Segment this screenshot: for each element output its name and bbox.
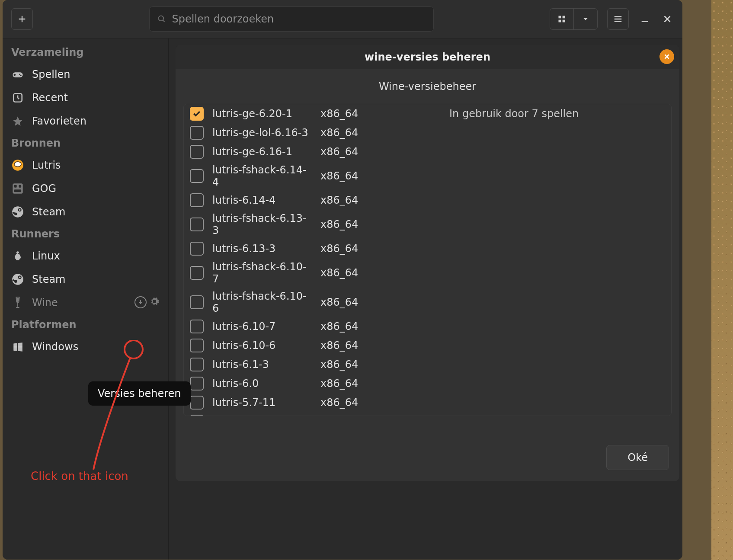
version-checkbox[interactable] xyxy=(190,396,204,410)
dialog-header: wine-versies beheren xyxy=(176,45,679,69)
wine-version-row[interactable]: lutris-ge-lol-6.16-3x86_64 xyxy=(184,123,671,142)
annotation-text: Click on that icon xyxy=(31,470,128,483)
svg-point-23 xyxy=(18,253,19,254)
wine-versions-dialog: wine-versies beheren Wine-versiebeheer l… xyxy=(176,45,679,481)
header-bar: Spellen doorzoeken xyxy=(3,0,682,38)
view-dropdown-button[interactable] xyxy=(573,9,597,29)
hamburger-menu-button[interactable] xyxy=(607,8,629,30)
wine-version-row[interactable]: lutris-ge-6.20-1x86_64In gebruik door 7 … xyxy=(184,104,671,123)
view-selector xyxy=(550,8,598,30)
wine-version-row[interactable]: lutris-6.1-3x86_64 xyxy=(184,355,671,374)
linux-icon xyxy=(11,250,24,262)
version-checkbox[interactable] xyxy=(190,242,204,256)
lutris-window: Spellen doorzoeken Verzamelin xyxy=(3,0,682,560)
svg-point-0 xyxy=(158,16,163,21)
controller-icon xyxy=(11,68,24,81)
add-game-button[interactable] xyxy=(11,8,33,30)
wine-version-row[interactable]: lutris-5.7-11x86_64 xyxy=(184,393,671,412)
sidebar-item-gog[interactable]: GOG xyxy=(3,177,168,200)
svg-point-18 xyxy=(12,206,23,218)
version-checkbox[interactable] xyxy=(190,377,204,390)
section-title: Platformen xyxy=(3,314,168,335)
version-arch: x86_64 xyxy=(320,296,398,308)
grid-icon xyxy=(557,15,566,23)
version-checkbox[interactable] xyxy=(190,218,204,231)
wine-version-row[interactable]: lutris-fshack-6.10-7x86_64 xyxy=(184,258,671,288)
version-checkbox[interactable] xyxy=(190,126,204,140)
version-checkbox[interactable] xyxy=(190,320,204,333)
version-arch: x86_64 xyxy=(320,416,398,416)
sidebar-item-steam[interactable]: Steam xyxy=(3,268,168,291)
wine-version-row[interactable]: lutris-fshack-6.10-6x86_64 xyxy=(184,288,671,317)
runner-settings-icon[interactable] xyxy=(149,296,160,309)
version-arch: x86_64 xyxy=(320,397,398,409)
sidebar-item-label: Favorieten xyxy=(32,115,86,127)
sidebar-item-label: Spellen xyxy=(32,68,70,80)
sidebar-item-favorieten[interactable]: Favorieten xyxy=(3,109,168,133)
steam-icon xyxy=(11,273,24,286)
grid-view-button[interactable] xyxy=(550,9,573,29)
dialog-subtitle: Wine-versiebeheer xyxy=(176,69,679,104)
version-name: lutris-6.10-7 xyxy=(212,320,313,333)
version-arch: x86_64 xyxy=(320,146,398,158)
version-checkbox[interactable] xyxy=(190,295,204,309)
sidebar-item-lutris[interactable]: Lutris xyxy=(3,154,168,177)
version-arch: x86_64 xyxy=(320,170,398,182)
wine-icon xyxy=(11,296,24,309)
sidebar-item-recent[interactable]: Recent xyxy=(3,86,168,109)
sidebar-item-label: Lutris xyxy=(32,159,61,171)
search-box[interactable]: Spellen doorzoeken xyxy=(149,6,434,32)
svg-point-9 xyxy=(20,75,21,76)
version-name: lutris-fshack-6.10-7 xyxy=(212,261,313,285)
sidebar-item-windows[interactable]: Windows xyxy=(3,335,168,358)
version-checkbox[interactable] xyxy=(190,266,204,280)
sidebar-item-linux[interactable]: Linux xyxy=(3,244,168,268)
wine-version-row[interactable]: lutris-ge-6.16-1x86_64 xyxy=(184,142,671,161)
version-checkbox[interactable] xyxy=(190,193,204,207)
sidebar-item-label: Windows xyxy=(32,341,78,353)
svg-rect-4 xyxy=(563,20,565,22)
version-arch: x86_64 xyxy=(320,378,398,390)
version-checkbox[interactable] xyxy=(190,415,204,416)
close-icon xyxy=(663,14,672,24)
wine-version-row[interactable]: lutris-6.10-7x86_64 xyxy=(184,317,671,336)
wine-version-row[interactable]: lutris-6.14-4x86_64 xyxy=(184,191,671,210)
svg-rect-15 xyxy=(14,185,17,188)
lutris-icon xyxy=(11,159,24,172)
section-title: Verzameling xyxy=(3,42,168,63)
sidebar-item-steam[interactable]: Steam xyxy=(3,200,168,224)
sidebar-item-wine[interactable]: Wine xyxy=(3,291,168,314)
version-checkbox[interactable] xyxy=(190,169,204,183)
version-name: lutris-fshack-5.6-5 xyxy=(212,416,313,416)
wine-version-list[interactable]: lutris-ge-6.20-1x86_64In gebruik door 7 … xyxy=(183,104,672,416)
version-checkbox[interactable] xyxy=(190,358,204,371)
wine-version-row[interactable]: lutris-fshack-5.6-5x86_64 xyxy=(184,412,671,416)
version-name: lutris-ge-lol-6.16-3 xyxy=(212,127,313,139)
minimize-button[interactable] xyxy=(638,13,651,26)
wine-version-row[interactable]: lutris-fshack-6.13-3x86_64 xyxy=(184,210,671,239)
version-name: lutris-6.14-4 xyxy=(212,194,313,206)
version-name: lutris-fshack-6.10-6 xyxy=(212,290,313,314)
version-arch: x86_64 xyxy=(320,267,398,279)
wine-version-row[interactable]: lutris-fshack-6.14-4x86_64 xyxy=(184,161,671,191)
version-checkbox[interactable] xyxy=(190,339,204,352)
version-arch: x86_64 xyxy=(320,358,398,371)
version-checkbox[interactable] xyxy=(190,145,204,159)
dialog-footer: Oké xyxy=(176,434,679,481)
wine-version-row[interactable]: lutris-6.0x86_64 xyxy=(184,374,671,393)
version-checkbox[interactable] xyxy=(190,107,204,121)
dialog-close-button[interactable] xyxy=(659,49,674,64)
desktop-background xyxy=(711,0,733,560)
close-window-button[interactable] xyxy=(661,13,674,26)
manage-versions-icon[interactable] xyxy=(134,296,147,308)
wine-version-row[interactable]: lutris-6.10-6x86_64 xyxy=(184,336,671,355)
svg-rect-3 xyxy=(559,20,561,22)
star-icon xyxy=(11,115,24,128)
section-title: Bronnen xyxy=(3,133,168,154)
sidebar-item-label: Linux xyxy=(32,250,60,262)
wine-version-row[interactable]: lutris-6.13-3x86_64 xyxy=(184,239,671,258)
hamburger-icon xyxy=(613,14,623,24)
sidebar-item-spellen[interactable]: Spellen xyxy=(3,63,168,86)
version-name: lutris-6.13-3 xyxy=(212,243,313,255)
ok-button[interactable]: Oké xyxy=(606,445,669,470)
